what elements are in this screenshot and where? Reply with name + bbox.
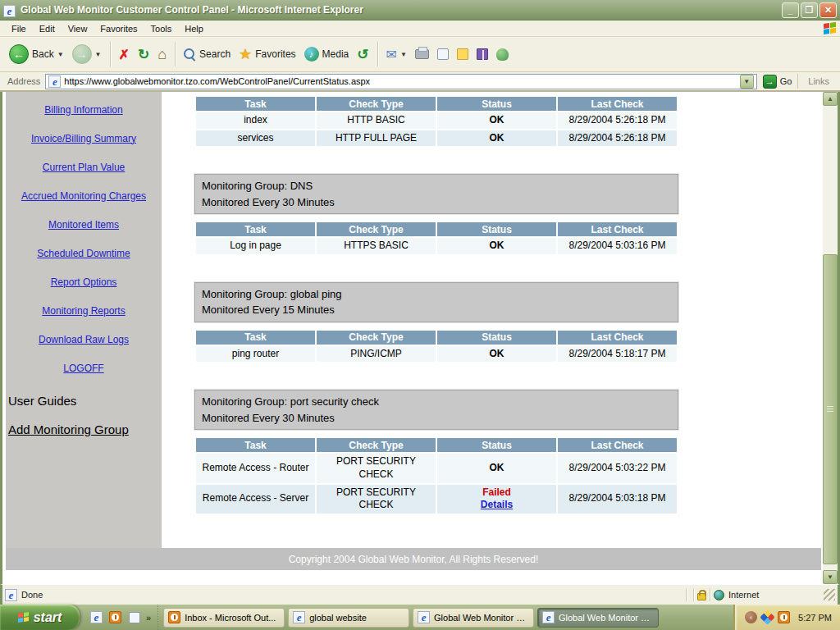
- sidebar-link-billing-information[interactable]: Billing Information: [44, 104, 122, 116]
- research-button[interactable]: [472, 46, 492, 62]
- taskbar-button-global-website[interactable]: e global website: [288, 608, 409, 628]
- mail-button[interactable]: ✉ ▼: [382, 44, 411, 65]
- messenger-tray-icon[interactable]: [760, 609, 774, 624]
- scroll-up-button[interactable]: ▲: [823, 92, 838, 106]
- menu-favorites[interactable]: Favorites: [94, 22, 144, 35]
- menu-file[interactable]: File: [5, 22, 33, 35]
- mail-icon: ✉: [386, 47, 397, 62]
- back-button[interactable]: ← Back ▼: [5, 42, 68, 66]
- scrollbar-thumb[interactable]: [823, 254, 838, 564]
- messenger-icon: [496, 48, 509, 61]
- page-icon: e: [48, 75, 61, 88]
- media-button[interactable]: ♪ Media: [300, 44, 354, 64]
- history-button[interactable]: ↺: [353, 43, 372, 66]
- ie-window-icon: e: [3, 3, 16, 16]
- print-icon: [415, 49, 429, 59]
- task-cell: index: [196, 112, 315, 129]
- sidebar-link-accrued-monitoring-charges[interactable]: Accrued Monitoring Charges: [21, 190, 146, 202]
- minimize-button[interactable]: _: [782, 2, 799, 18]
- messenger-button[interactable]: [492, 46, 513, 63]
- details-link[interactable]: Details: [481, 499, 513, 512]
- quicklaunch-overflow-chevron[interactable]: »: [146, 613, 151, 623]
- col-status: Status: [437, 222, 556, 236]
- quicklaunch-explorer-icon[interactable]: [127, 610, 141, 624]
- print-button[interactable]: [411, 47, 433, 62]
- vertical-scrollbar[interactable]: ▲ ▼: [823, 92, 838, 584]
- refresh-icon: ↻: [138, 46, 149, 63]
- monitoring-table: Task Check Type Status Last Check ping r…: [194, 329, 678, 364]
- edit-button[interactable]: [433, 46, 453, 62]
- status-bar: e Done Internet: [0, 584, 840, 605]
- menu-bar: File Edit View Favorites Tools Help: [0, 21, 840, 37]
- scroll-down-button[interactable]: ▼: [823, 570, 838, 584]
- close-button[interactable]: ✕: [819, 2, 837, 18]
- sidebar-link-report-options[interactable]: Report Options: [51, 276, 117, 288]
- toolbar-separator: [377, 42, 378, 66]
- add-monitoring-group-link[interactable]: Add Monitoring Group: [6, 422, 129, 436]
- ie-window: e Global Web Monitor Customer Control Pa…: [0, 0, 840, 630]
- menu-help[interactable]: Help: [178, 22, 210, 35]
- quicklaunch-outlook-icon[interactable]: [108, 610, 122, 624]
- clock: 5:27 PM: [798, 613, 832, 623]
- title-bar: e Global Web Monitor Customer Control Pa…: [0, 0, 840, 21]
- taskbar-buttons: Inbox - Microsoft Out... e global websit…: [158, 605, 733, 630]
- ie-icon: e: [542, 611, 555, 623]
- toolbar-separator: [175, 42, 176, 66]
- search-button[interactable]: Search: [180, 46, 235, 63]
- favorites-button[interactable]: ★ Favorites: [235, 43, 300, 66]
- address-dropdown-icon[interactable]: ▼: [740, 75, 754, 89]
- status-cell: OK: [437, 454, 556, 482]
- task-cell: Remote Access - Server: [196, 485, 315, 514]
- scrollbar-track[interactable]: [823, 106, 838, 570]
- discuss-button[interactable]: [453, 46, 472, 62]
- sidebar-link-scheduled-downtime[interactable]: Scheduled Downtime: [37, 248, 130, 259]
- home-icon: ⌂: [158, 46, 167, 63]
- sidebar-link-monitored-items[interactable]: Monitored Items: [48, 219, 119, 231]
- mail-dropdown-icon[interactable]: ▼: [400, 51, 407, 58]
- refresh-button[interactable]: ↻: [134, 43, 153, 66]
- monitoring-table: Task Check Type Status Last Check index …: [194, 95, 678, 148]
- taskbar-button-global-web-monitor-c[interactable]: e Global Web Monitor C...: [537, 608, 659, 628]
- stop-button[interactable]: ✗: [115, 44, 134, 65]
- sidebar-link-current-plan-value[interactable]: Current Plan Value: [43, 162, 126, 173]
- start-label: start: [34, 610, 62, 625]
- menu-edit[interactable]: Edit: [33, 22, 62, 35]
- col-task: Task: [196, 331, 315, 345]
- table-row: index HTTP BASIC OK 8/29/2004 5:26:18 PM: [196, 112, 677, 129]
- quick-launch: e »: [80, 605, 158, 630]
- task-cell: Remote Access - Router: [196, 454, 315, 482]
- start-button[interactable]: start: [0, 605, 80, 630]
- outlook-icon: [168, 611, 180, 623]
- last-check-cell: 8/29/2004 5:18:17 PM: [558, 346, 677, 363]
- col-status: Status: [437, 438, 556, 452]
- sidebar-link-invoice-billing-summary[interactable]: Invoice/Billing Summary: [31, 133, 136, 144]
- go-button[interactable]: → Go: [757, 75, 798, 89]
- menu-tools[interactable]: Tools: [144, 22, 179, 35]
- task-cell: services: [196, 130, 315, 147]
- menu-view[interactable]: View: [62, 22, 94, 35]
- back-dropdown-icon[interactable]: ▼: [57, 51, 64, 58]
- sidebar-link-monitoring-reports[interactable]: Monitoring Reports: [42, 305, 125, 317]
- taskbar-button-inbox[interactable]: Inbox - Microsoft Out...: [163, 608, 285, 628]
- home-button[interactable]: ⌂: [153, 43, 171, 66]
- hide-icons-chevron[interactable]: ‹: [745, 611, 757, 623]
- forward-button[interactable]: → ▼: [68, 42, 106, 66]
- address-input[interactable]: e https://www.globalwebmonitor.tzo.com/W…: [45, 74, 756, 89]
- taskbar: start e » Inbox - Microsoft Out... e glo…: [0, 605, 840, 630]
- taskbar-button-global-web-monitor-b[interactable]: e Global Web Monitor B...: [413, 608, 534, 628]
- monitoring-table: Task Check Type Status Last Check Log in…: [194, 221, 678, 256]
- sidebar-link-logoff[interactable]: LOGOFF: [63, 363, 103, 374]
- task-cell: Log in page: [196, 238, 315, 254]
- col-last-check: Last Check: [558, 331, 677, 345]
- favorites-star-icon: ★: [239, 45, 252, 63]
- status-page-icon: e: [5, 589, 17, 601]
- resize-grip[interactable]: [824, 589, 835, 600]
- outlook-tray-icon[interactable]: [778, 611, 790, 623]
- restore-button[interactable]: ❐: [801, 2, 818, 18]
- sidebar-link-download-raw-logs[interactable]: Download Raw Logs: [39, 334, 129, 345]
- check-type-cell: PORT SECURITY CHECK: [317, 454, 436, 482]
- go-label: Go: [780, 76, 792, 86]
- research-icon: [477, 48, 488, 60]
- links-bar[interactable]: Links: [797, 74, 838, 89]
- quicklaunch-ie-icon[interactable]: e: [89, 610, 103, 624]
